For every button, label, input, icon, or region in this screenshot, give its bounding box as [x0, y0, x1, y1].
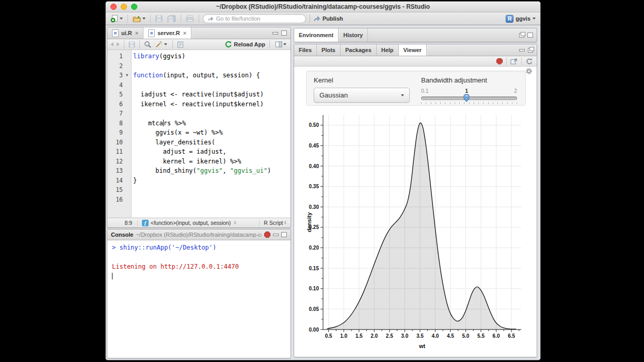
svg-text:0.20: 0.20	[309, 245, 319, 251]
goto-file-field[interactable]	[203, 14, 306, 23]
fold-column	[123, 119, 131, 128]
open-in-new-window-icon[interactable]	[510, 58, 518, 64]
open-folder-icon	[133, 15, 141, 23]
svg-text:0.50: 0.50	[309, 122, 319, 128]
code-line: 16	[107, 195, 291, 205]
slider-tick	[517, 102, 517, 104]
slider-tick	[497, 102, 498, 104]
close-tab-icon[interactable]: ×	[183, 30, 186, 36]
file-type-selector[interactable]: R Script ▲▼	[259, 220, 291, 226]
code-text: ggvis(x = ~wt) %>%	[131, 128, 222, 138]
tab-help[interactable]: Help	[377, 44, 399, 56]
goto-arrow-icon	[207, 16, 213, 22]
reload-app-button[interactable]: Reload App	[224, 41, 265, 48]
slider-tick	[426, 102, 426, 104]
bandwidth-slider[interactable]: 0.1 1 2	[421, 88, 517, 104]
maximize-pane-icon[interactable]	[527, 32, 533, 38]
slider-track[interactable]	[421, 96, 517, 100]
code-line: 8 mtcars %>%	[107, 119, 291, 128]
tab-viewer[interactable]: Viewer	[399, 44, 427, 56]
stop-app-icon[interactable]	[496, 58, 503, 64]
tab-environment[interactable]: Environment	[294, 28, 339, 42]
code-line: 2	[107, 61, 291, 71]
close-tab-icon[interactable]: ×	[135, 30, 138, 36]
y-axis-label: density	[307, 212, 312, 232]
refresh-icon[interactable]	[525, 58, 533, 64]
fold-column	[123, 176, 131, 186]
kernel-selected-value: Gaussian	[319, 91, 348, 99]
line-number: 9	[107, 128, 123, 138]
console-output[interactable]: > shiny::runApp('~/Desktop') Listening o…	[107, 240, 291, 284]
reload-icon	[224, 41, 232, 48]
fold-arrow-icon[interactable]: ▼	[123, 71, 131, 80]
line-number: 15	[107, 185, 123, 195]
minimize-window-button[interactable]	[121, 4, 127, 10]
maximize-pane-icon[interactable]	[281, 30, 287, 36]
code-editor[interactable]: 1library(ggvis)23▼function(input, output…	[107, 50, 291, 220]
code-text: mtcars %>%	[131, 119, 186, 128]
code-line: 12 kernel = ikernel) %>%	[107, 157, 291, 167]
svg-text:5.0: 5.0	[462, 333, 470, 339]
console-pane: Console ~/Dropbox (RStudio)/RStudio/trai…	[107, 229, 291, 358]
line-number: 14	[107, 176, 123, 186]
scope-selector[interactable]: f <function>(input, output, session) ▲▼	[138, 220, 259, 226]
save-all-button[interactable]	[166, 14, 177, 23]
console-header: Console ~/Dropbox (RStudio)/RStudio/trai…	[107, 229, 291, 240]
environment-history-pane: Environment History	[294, 28, 537, 42]
gear-icon[interactable]	[525, 68, 533, 75]
code-tools-button[interactable]	[154, 40, 168, 48]
console-working-dir: ~/Dropbox (RStudio)/RStudio/training/dat…	[136, 232, 262, 238]
kernel-dropdown[interactable]: Gaussian	[314, 88, 410, 103]
close-window-button[interactable]	[110, 4, 117, 10]
new-file-button[interactable]	[109, 14, 124, 23]
search-icon[interactable]	[144, 41, 151, 48]
tab-files[interactable]: Files	[294, 44, 317, 56]
slider-tick	[436, 102, 436, 104]
code-line: 9 ggvis(x = ~wt) %>%	[107, 128, 291, 138]
tab-plots[interactable]: Plots	[317, 44, 341, 56]
tab-label: History	[343, 32, 363, 38]
tab-packages[interactable]: Packages	[341, 44, 377, 56]
goto-file-input[interactable]	[215, 15, 301, 22]
tab-history[interactable]: History	[339, 28, 368, 42]
r-project-icon: R	[506, 15, 513, 23]
minimize-pane-icon[interactable]	[519, 49, 525, 52]
minimize-pane-icon[interactable]	[272, 32, 278, 35]
code-text	[131, 185, 133, 195]
svg-text:3.0: 3.0	[401, 333, 408, 339]
save-button[interactable]	[154, 14, 164, 23]
open-file-button[interactable]	[132, 14, 147, 23]
tab-server-r[interactable]: R server.R ×	[143, 27, 191, 39]
compile-notebook-icon[interactable]	[177, 41, 184, 48]
magic-wand-icon	[155, 41, 163, 48]
tab-ui-r[interactable]: R ui.R ×	[107, 27, 143, 39]
forward-icon[interactable]	[117, 42, 120, 46]
maximize-pane-icon[interactable]	[281, 232, 287, 237]
pane-layout-button[interactable]	[274, 41, 287, 48]
code-text: }	[131, 176, 137, 186]
svg-text:0.40: 0.40	[309, 163, 319, 169]
source-tabbar: R ui.R × R server.R ×	[107, 27, 291, 39]
restore-pane-icon[interactable]	[519, 33, 524, 38]
source-pane: R ui.R × R server.R ×	[107, 27, 291, 228]
traffic-lights	[110, 4, 137, 10]
editor-statusbar: 8:9 f <function>(input, output, session)…	[107, 218, 291, 227]
code-text: layer_densities(	[131, 138, 215, 147]
interrupt-stop-icon[interactable]	[264, 232, 270, 238]
svg-text:4.5: 4.5	[447, 333, 454, 339]
print-icon	[186, 15, 194, 22]
project-label: ggvis	[516, 15, 530, 22]
kernel-label: Kernel	[314, 76, 413, 84]
bandwidth-label: Bandwidth adjustment	[421, 76, 518, 84]
restore-pane-icon[interactable]	[528, 48, 533, 53]
save-icon[interactable]	[128, 41, 135, 48]
minimize-pane-icon[interactable]	[273, 234, 279, 236]
print-button[interactable]	[185, 14, 195, 23]
slider-handle[interactable]	[463, 94, 470, 103]
slider-max-label: 2	[514, 88, 517, 94]
svg-text:2.5: 2.5	[386, 333, 393, 339]
project-selector[interactable]: R ggvis	[506, 15, 537, 23]
zoom-window-button[interactable]	[131, 4, 137, 10]
back-icon[interactable]	[110, 42, 114, 46]
publish-button[interactable]: Publish	[314, 15, 343, 22]
